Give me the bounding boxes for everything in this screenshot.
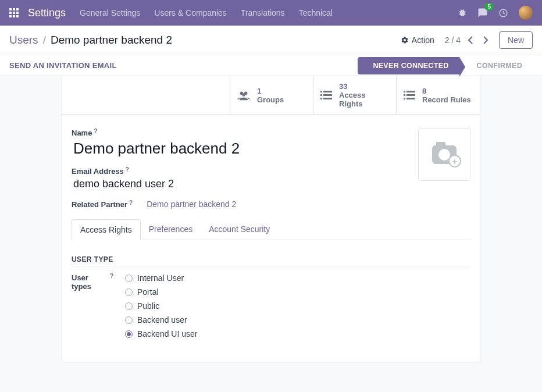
stat-rules-value: 8	[422, 87, 471, 95]
gear-icon	[401, 36, 409, 44]
chevron-left-icon	[468, 36, 473, 44]
breadcrumb: Users / Demo partner backend 2	[9, 34, 401, 47]
stat-access-rights[interactable]: 33 Access Rights	[313, 76, 397, 114]
user-type-option[interactable]: Portal	[125, 287, 198, 297]
user-type-label: Portal	[137, 287, 159, 297]
svg-rect-11	[406, 91, 415, 92]
help-icon[interactable]: ?	[129, 200, 133, 206]
clock-icon[interactable]	[498, 8, 508, 18]
status-never-connected[interactable]: NEVER CONNECTED	[358, 57, 459, 74]
groups-icon	[237, 90, 250, 101]
breadcrumb-current: Demo partner backend 2	[51, 34, 172, 47]
status-bar: SEND AN INVITATION EMAIL NEVER CONNECTED…	[0, 55, 542, 76]
email-label: Email Address ?	[72, 167, 406, 176]
status-steps: NEVER CONNECTED CONFIRMED	[358, 57, 533, 74]
bug-icon[interactable]	[458, 8, 467, 17]
stat-access-label: Access Rights	[339, 91, 389, 108]
pager-text: 2 / 4	[445, 35, 461, 45]
messages-icon[interactable]: 5	[477, 8, 488, 18]
user-type-option[interactable]: Backend UI user	[125, 329, 198, 338]
user-image-upload[interactable]: +	[418, 129, 470, 181]
user-type-option[interactable]: Backend user	[125, 315, 198, 325]
svg-rect-8	[320, 98, 322, 99]
email-value[interactable]: demo backend user 2	[73, 178, 406, 190]
svg-rect-4	[320, 91, 322, 92]
svg-rect-14	[404, 98, 405, 99]
svg-rect-12	[404, 94, 405, 96]
nav-users-companies[interactable]: Users & Companies	[154, 8, 227, 17]
nav-technical[interactable]: Technical	[299, 8, 333, 17]
main-navbar: Settings General Settings Users & Compan…	[0, 0, 542, 26]
stat-groups-label: Groups	[257, 95, 284, 104]
new-button[interactable]: New	[499, 31, 533, 49]
svg-rect-15	[406, 98, 415, 99]
user-type-radio[interactable]	[125, 302, 133, 310]
svg-rect-10	[404, 91, 405, 92]
apps-icon[interactable]	[9, 8, 19, 17]
user-type-label: Backend UI user	[137, 329, 198, 338]
messages-badge: 5	[484, 3, 494, 10]
breadcrumb-separator: /	[43, 34, 46, 47]
user-type-radio[interactable]	[125, 316, 133, 324]
tab-access-rights[interactable]: Access Rights	[72, 219, 141, 240]
user-type-radio[interactable]	[125, 288, 133, 296]
pager-next[interactable]	[480, 34, 491, 47]
app-title[interactable]: Settings	[28, 7, 66, 19]
svg-rect-9	[323, 98, 332, 99]
tabs: Access Rights Preferences Account Securi…	[72, 219, 470, 240]
stat-access-value: 33	[339, 82, 389, 91]
navbar-menu: General Settings Users & Companies Trans…	[80, 8, 458, 17]
help-icon[interactable]: ?	[126, 167, 129, 173]
tab-preferences[interactable]: Preferences	[141, 219, 201, 240]
svg-rect-6	[320, 94, 322, 96]
help-icon[interactable]: ?	[94, 129, 97, 134]
pager-prev[interactable]	[465, 34, 476, 47]
related-partner-label: Related Partner ?	[72, 200, 133, 209]
stat-record-rules[interactable]: 8 Record Rules	[397, 76, 480, 114]
svg-point-3	[242, 93, 245, 97]
user-types-group: Internal UserPortalPublicBackend userBac…	[125, 273, 198, 338]
user-avatar[interactable]	[519, 6, 533, 20]
pager: 2 / 4	[445, 34, 491, 47]
user-type-label: Public	[137, 301, 159, 311]
list-icon	[404, 91, 415, 100]
list-icon	[320, 91, 332, 100]
related-partner-link[interactable]: Demo partner backend 2	[147, 199, 236, 209]
user-types-label: User types ?	[72, 273, 113, 291]
control-bar: Users / Demo partner backend 2 Action 2 …	[0, 26, 542, 55]
send-invitation-button[interactable]: SEND AN INVITATION EMAIL	[9, 61, 358, 70]
action-label: Action	[412, 35, 434, 45]
user-type-label: Internal User	[137, 273, 184, 283]
status-confirmed[interactable]: CONFIRMED	[459, 57, 533, 74]
chevron-right-icon	[483, 36, 488, 44]
tab-account-security[interactable]: Account Security	[201, 219, 278, 240]
help-icon[interactable]: ?	[110, 273, 113, 279]
user-type-heading: USER TYPE	[72, 255, 470, 266]
stat-rules-label: Record Rules	[422, 95, 471, 104]
stat-groups-value: 1	[257, 87, 284, 95]
user-type-option[interactable]: Public	[125, 301, 198, 311]
form-sheet: 1 Groups 33 Access Rights 8	[62, 76, 480, 362]
nav-translations[interactable]: Translations	[241, 8, 285, 17]
svg-rect-13	[406, 94, 415, 96]
user-type-radio[interactable]	[125, 275, 133, 282]
nav-general-settings[interactable]: General Settings	[80, 8, 140, 17]
name-value[interactable]: Demo partner backend 2	[73, 140, 406, 158]
user-type-option[interactable]: Internal User	[125, 273, 198, 283]
svg-rect-7	[323, 94, 332, 96]
user-type-label: Backend user	[137, 315, 187, 325]
stat-groups[interactable]: 1 Groups	[230, 76, 313, 114]
stat-buttons: 1 Groups 33 Access Rights 8	[62, 76, 480, 115]
svg-rect-5	[323, 91, 332, 92]
name-label: Name ?	[72, 129, 406, 137]
user-type-radio[interactable]	[125, 330, 133, 338]
breadcrumb-users[interactable]: Users	[9, 34, 38, 47]
camera-icon: +	[432, 145, 457, 164]
action-menu[interactable]: Action	[401, 35, 434, 45]
